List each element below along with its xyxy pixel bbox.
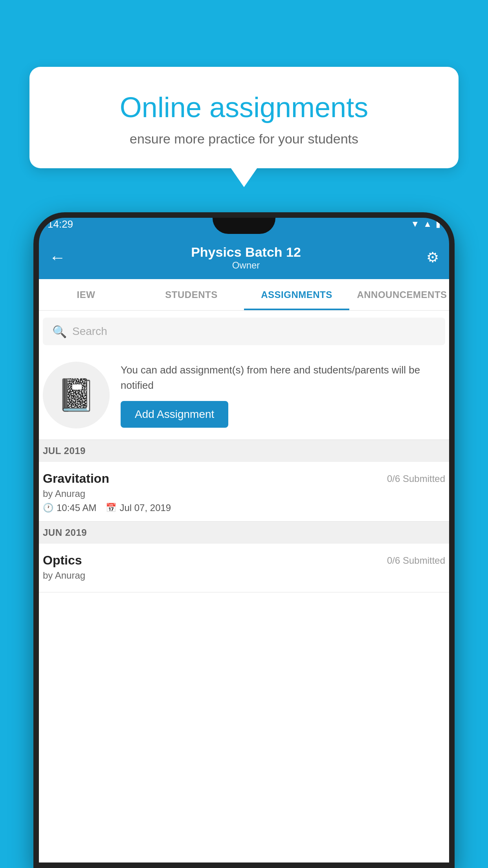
settings-button[interactable]: ⚙ bbox=[422, 245, 443, 270]
calendar-icon: 📅 bbox=[106, 503, 116, 513]
status-icons: ▼ ▲ ▮ bbox=[411, 219, 440, 229]
tab-announcements[interactable]: ANNOUNCEMENTS bbox=[349, 279, 455, 310]
assignment-date: 📅 Jul 07, 2019 bbox=[106, 502, 171, 513]
app-bar-subtitle: Owner bbox=[70, 260, 422, 271]
search-placeholder: Search bbox=[72, 325, 107, 338]
assignment-item-gravitation[interactable]: Gravitation 0/6 Submitted by Anurag 🕐 10… bbox=[33, 462, 455, 522]
assignment-meta: 🕐 10:45 AM 📅 Jul 07, 2019 bbox=[43, 502, 445, 513]
wifi-icon: ▼ bbox=[411, 219, 419, 229]
battery-icon: ▮ bbox=[436, 219, 440, 229]
promo-section: 📓 You can add assignment(s) from here an… bbox=[33, 352, 455, 440]
promo-icon-wrap: 📓 bbox=[43, 362, 110, 428]
promo-text-wrap: You can add assignment(s) from here and … bbox=[121, 362, 445, 428]
assignment-time: 🕐 10:45 AM bbox=[43, 502, 96, 513]
month-header-jun: JUN 2019 bbox=[33, 522, 455, 544]
bubble-title: Online assignments bbox=[57, 90, 431, 124]
phone-frame: 14:29 ▼ ▲ ▮ ← Physics Batch 12 Owner ⚙ I… bbox=[33, 212, 455, 868]
assignment-title: Gravitation bbox=[43, 471, 109, 486]
search-icon: 🔍 bbox=[52, 325, 67, 338]
optics-title: Optics bbox=[43, 553, 82, 568]
promo-description: You can add assignment(s) from here and … bbox=[121, 362, 445, 393]
app-bar: ← Physics Batch 12 Owner ⚙ bbox=[33, 236, 455, 279]
app-bar-title-wrap: Physics Batch 12 Owner bbox=[70, 245, 422, 271]
assignment-author: by Anurag bbox=[43, 488, 445, 499]
status-bar: 14:29 ▼ ▲ ▮ bbox=[33, 212, 455, 236]
assignment-item-optics[interactable]: Optics 0/6 Submitted by Anurag bbox=[33, 544, 455, 592]
search-bar-wrap: 🔍 Search bbox=[33, 311, 455, 352]
optics-author: by Anurag bbox=[43, 570, 445, 581]
clock-icon: 🕐 bbox=[43, 503, 53, 513]
tab-students[interactable]: STUDENTS bbox=[139, 279, 244, 310]
tabs-bar: IEW STUDENTS ASSIGNMENTS ANNOUNCEMENTS bbox=[33, 279, 455, 311]
optics-submitted: 0/6 Submitted bbox=[387, 555, 445, 566]
notch bbox=[213, 212, 275, 234]
notebook-icon: 📓 bbox=[57, 377, 96, 414]
status-time: 14:29 bbox=[48, 218, 73, 230]
date-value: Jul 07, 2019 bbox=[119, 502, 171, 513]
add-assignment-button[interactable]: Add Assignment bbox=[121, 401, 228, 428]
tab-overview[interactable]: IEW bbox=[33, 279, 139, 310]
search-bar[interactable]: 🔍 Search bbox=[43, 318, 445, 345]
signal-icon: ▲ bbox=[423, 219, 432, 229]
back-button[interactable]: ← bbox=[45, 244, 70, 271]
speech-bubble: Online assignments ensure more practice … bbox=[29, 67, 459, 168]
tab-assignments[interactable]: ASSIGNMENTS bbox=[244, 279, 349, 310]
app-bar-title: Physics Batch 12 bbox=[70, 245, 422, 260]
assignment-top: Gravitation 0/6 Submitted bbox=[43, 471, 445, 486]
bubble-subtitle: ensure more practice for your students bbox=[57, 131, 431, 147]
month-header-jul: JUL 2019 bbox=[33, 440, 455, 462]
time-value: 10:45 AM bbox=[57, 502, 96, 513]
optics-top: Optics 0/6 Submitted bbox=[43, 553, 445, 568]
assignment-submitted: 0/6 Submitted bbox=[387, 473, 445, 484]
screen-content: 🔍 Search 📓 You can add assignment(s) fro… bbox=[33, 311, 455, 868]
